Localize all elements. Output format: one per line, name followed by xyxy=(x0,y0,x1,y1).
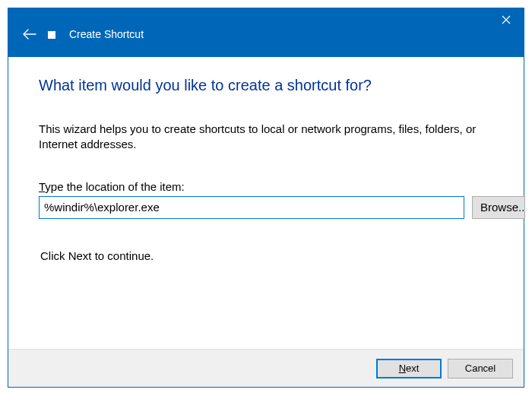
next-button[interactable]: Next xyxy=(376,359,442,378)
cancel-button[interactable]: Cancel xyxy=(448,359,513,378)
create-shortcut-window: Create Shortcut What item would you like… xyxy=(8,8,524,388)
wizard-description: This wizard helps you to create shortcut… xyxy=(39,122,493,153)
back-arrow-icon[interactable] xyxy=(22,27,37,42)
close-button[interactable] xyxy=(489,8,524,31)
window-icon xyxy=(48,31,55,39)
location-row: Browse... xyxy=(39,196,493,219)
location-label: Type the location of the item: xyxy=(39,180,493,193)
titlebar: Create Shortcut xyxy=(8,8,524,57)
window-title: Create Shortcut xyxy=(69,28,144,40)
footer: Next Cancel xyxy=(8,349,524,387)
continue-instruction: Click Next to continue. xyxy=(40,249,493,262)
page-heading: What item would you like to create a sho… xyxy=(39,77,493,94)
browse-button[interactable]: Browse... xyxy=(472,196,525,219)
content-area: What item would you like to create a sho… xyxy=(8,57,524,349)
location-input[interactable] xyxy=(39,196,464,219)
